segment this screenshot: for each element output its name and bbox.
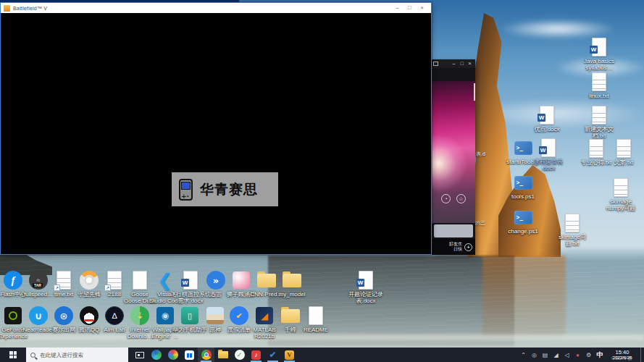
volume-icon[interactable]: ◁ [561, 352, 572, 358]
network-icon[interactable]: ◢ [551, 352, 561, 358]
desktop-icon-label: 开题论证记录表.docx [348, 291, 383, 304]
game-window-titlebar[interactable]: Battlefield™ V – □ × [1, 3, 431, 13]
minimize-button[interactable]: – [391, 3, 403, 13]
label-line: 千峰 [285, 327, 296, 333]
label-line: 题.txt [559, 240, 586, 247]
show-desktop-button[interactable] [640, 348, 644, 362]
icon-art [9, 351, 13, 355]
desktop-icon-readme[interactable]: README [296, 306, 336, 333]
minimize-button[interactable]: – [450, 59, 458, 68]
icon-art: W [538, 114, 545, 122]
desktop-icon-label: 文案.txt [614, 159, 634, 166]
photo-overlay-button-1[interactable]: ☆ [456, 194, 466, 203]
tray-app-1-icon[interactable]: ◎ [529, 352, 540, 358]
ps-icon: >_ [514, 173, 532, 192]
hidden-icons-chevron-icon[interactable]: ⌃ [518, 352, 529, 358]
sea-foam [0, 334, 644, 340]
taskbar-app-red-music-app[interactable]: ♪ [248, 348, 264, 362]
desktop-icon-java-basics-doc[interactable]: WJava basicssyllabus… [579, 38, 619, 71]
search-input[interactable] [38, 351, 124, 359]
icon-art: W [181, 279, 189, 287]
taskbar-app-green-check-app[interactable]: ✓ [231, 348, 248, 362]
icon-art: W [541, 138, 556, 157]
icon-art [151, 350, 162, 360]
icon-art: TAR [33, 283, 43, 287]
label-line: skimage [606, 198, 635, 205]
icon-art [283, 274, 301, 287]
taskbar-app-edge[interactable] [148, 348, 164, 362]
desktop-icon-linux-txt[interactable]: linux.txt [579, 72, 619, 99]
add-button[interactable]: + [464, 243, 472, 251]
icon-art: W [590, 46, 598, 54]
shortcut-arrow-badge [54, 285, 60, 291]
side-window-footer: 好友生日快 + [432, 239, 475, 255]
desktop-icon-kaiti-record-docx[interactable]: W开题论证记录表.docx [346, 271, 386, 304]
label-line: 优点.docx [534, 126, 559, 132]
desktop-icon-label: Java basicssyllabus… [584, 58, 614, 71]
search-icon [30, 353, 35, 358]
tray-folder-icon[interactable]: ▤ [540, 352, 551, 358]
side-window-titlebar[interactable]: – □ × [432, 59, 475, 68]
word-icon: W [539, 138, 558, 157]
icon-art [185, 350, 194, 360]
desktop-icon-youdian-docx[interactable]: W优点.docx [527, 106, 567, 132]
taskbar-app-colorful-browser[interactable] [164, 348, 181, 362]
icon-art: W [540, 106, 554, 125]
desktop-icon-tools-ps1[interactable]: >_tools.ps1 [503, 173, 543, 200]
label-line: change.ps1 [508, 228, 538, 235]
taskbar-app-task-view[interactable] [131, 348, 148, 362]
icon-art: W [356, 279, 364, 287]
label-line: syllabus… [584, 64, 614, 71]
label-line: 新建文本文 [585, 126, 614, 132]
label-line: 课程速查表 [534, 159, 563, 165]
close-button[interactable]: × [466, 59, 474, 68]
ps-icon: >_ [514, 208, 532, 227]
taskbar-app-v-app[interactable]: V [281, 348, 298, 362]
file-icon [306, 306, 325, 325]
desktop-icon-my-model-folder[interactable]: my_model [272, 271, 312, 298]
label-line: Engine: … [151, 333, 178, 340]
taskbar-app-blue-check-app[interactable]: ✔ [264, 348, 281, 362]
desktop-icon-change-ps1[interactable]: >_change.ps1 [503, 208, 543, 235]
desktop-icon-label: README [304, 327, 328, 333]
label-line: README [304, 327, 328, 333]
ime-indicator[interactable]: 中 [594, 350, 606, 360]
scrollbar-thumb[interactable] [474, 83, 475, 101]
icon-art: V [285, 350, 294, 360]
taskbar-apps: ✓♪✔V [131, 348, 298, 362]
taskbar-app-file-explorer[interactable] [214, 348, 231, 362]
desktop-icon-wenan-txt[interactable]: 文案.txt [603, 139, 644, 166]
taskbar-app-store[interactable] [181, 348, 198, 362]
side-window: – □ × ◔☆ 好友生日快 + [432, 59, 475, 255]
txt-icon [614, 139, 633, 158]
start-button[interactable] [0, 348, 26, 362]
desktop-icon-course-table-docx[interactable]: W课程速查表.docx [528, 138, 569, 172]
desktop-icon-skimage-issue-txt[interactable]: skimage问题.txt [552, 214, 593, 247]
desktop-icon-label: change.ps1 [508, 228, 538, 235]
icon-art [168, 350, 178, 360]
icon-art: ♪ [251, 350, 261, 360]
icon-art [14, 351, 17, 355]
label-line: 表.docx [348, 298, 383, 304]
desktop-icon-skimage-numpy-txt[interactable]: skimagenumpy问题 [601, 178, 641, 211]
icon-art [309, 306, 323, 325]
desktop-icon-new-text-doc-txt[interactable]: 新建文本文档.txt [579, 106, 619, 139]
txt-icon [590, 106, 609, 125]
taskbar-clock[interactable]: 15:40 2022/6/26 [606, 349, 640, 361]
shortcut-arrow-badge [104, 285, 111, 291]
taskbar: ✓♪✔V ⌃◎▤◢◁●⚙ 中 15:40 2022/6/26 [0, 348, 644, 362]
taskbar-app-chrome[interactable] [198, 348, 214, 362]
tray-settings-icon[interactable]: ⚙ [583, 352, 594, 358]
clock-time: 15:40 [606, 349, 639, 355]
photo-overlay-button-0[interactable]: ◔ [441, 194, 451, 203]
watermark-text: 华青赛思 [200, 180, 258, 199]
txt-icon [611, 178, 630, 197]
maximize-button[interactable]: □ [403, 3, 416, 13]
game-viewport[interactable] [1, 13, 431, 254]
taskbar-search[interactable] [26, 348, 128, 362]
close-button[interactable]: × [416, 3, 428, 13]
occluded-icon-label: 的三 [475, 219, 485, 227]
maximize-button[interactable]: □ [458, 59, 466, 68]
input-box[interactable] [434, 224, 473, 237]
user-status-icon[interactable]: ● [572, 352, 583, 358]
